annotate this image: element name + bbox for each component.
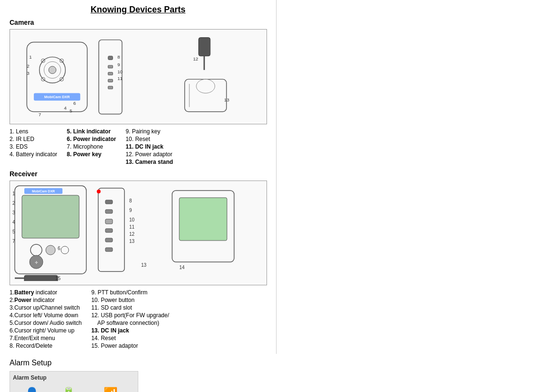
svg-text:10: 10 bbox=[117, 69, 123, 74]
camera-part-10: 10. Reset bbox=[125, 136, 173, 142]
svg-point-3 bbox=[49, 66, 56, 74]
svg-rect-51 bbox=[105, 200, 113, 204]
camera-part-1: 1. Lens bbox=[10, 128, 57, 135]
svg-rect-29 bbox=[185, 79, 226, 111]
svg-rect-22 bbox=[108, 86, 113, 89]
svg-rect-54 bbox=[105, 229, 113, 232]
svg-rect-68 bbox=[24, 275, 58, 281]
svg-point-40 bbox=[61, 246, 69, 254]
receiver-section-title: Receiver bbox=[10, 170, 267, 178]
rec-part-7: 7.Enter/Exit menu bbox=[10, 335, 82, 342]
svg-text:13: 13 bbox=[129, 239, 135, 244]
alarm-icons-row: 👤 VOX 🔋 Battery low 📶 Out of range bbox=[13, 384, 135, 392]
svg-rect-21 bbox=[108, 79, 113, 82]
svg-text:8: 8 bbox=[129, 198, 132, 203]
camera-part-9: 9. Pairing key bbox=[125, 128, 173, 135]
receiver-parts-col-left: 1.Battery indicator 2.Power indicator 3.… bbox=[10, 289, 82, 349]
svg-rect-19 bbox=[108, 65, 113, 68]
camera-part-13: 13. Camera stand bbox=[125, 159, 173, 165]
svg-text:12: 12 bbox=[129, 231, 135, 237]
svg-point-31 bbox=[196, 79, 215, 93]
alarm-setup-box: Alarm Setup 👤 VOX 🔋 Battery low 📶 Out of… bbox=[10, 371, 138, 392]
camera-part-3: 3. EDS bbox=[10, 143, 57, 150]
svg-rect-27 bbox=[199, 37, 210, 56]
svg-text:✛: ✛ bbox=[35, 261, 38, 265]
receiver-diagram: MobiCam DXR ✛ 1 2 3 4 5 7 6 bbox=[10, 181, 267, 285]
outofrange-icon: 📶 bbox=[101, 384, 120, 392]
svg-rect-55 bbox=[105, 238, 113, 242]
vox-icon: 👤 bbox=[22, 384, 41, 392]
rec-part-12: 12. USB port(For FW upgrade/ bbox=[91, 312, 169, 319]
camera-part-11: 11. DC IN jack bbox=[125, 143, 173, 150]
receiver-parts-list: 1.Battery indicator 2.Power indicator 3.… bbox=[10, 289, 267, 349]
svg-text:14: 14 bbox=[179, 265, 185, 270]
svg-text:2: 2 bbox=[27, 63, 29, 69]
alarm-box-title: Alarm Setup bbox=[13, 374, 135, 381]
svg-point-63 bbox=[97, 190, 101, 193]
svg-rect-52 bbox=[105, 210, 113, 213]
rec-part-11: 11. SD card slot bbox=[91, 304, 169, 311]
rec-part-5: 5.Cursor down/ Audio switch bbox=[10, 320, 82, 326]
camera-part-7: 7. Microphone bbox=[67, 143, 116, 150]
receiver-parts-col-right: 9. PTT button/Confirm 10. Power button 1… bbox=[91, 289, 169, 349]
svg-text:1: 1 bbox=[12, 191, 15, 196]
svg-text:3: 3 bbox=[27, 70, 29, 75]
svg-text:8: 8 bbox=[117, 54, 120, 59]
svg-text:12: 12 bbox=[193, 56, 198, 61]
camera-part-8: 8. Power key bbox=[67, 151, 116, 158]
camera-part-5: 5. Link indicator bbox=[67, 128, 116, 135]
camera-section-title: Camera bbox=[10, 19, 267, 26]
camera-part-4: 4. Battery indicator bbox=[10, 151, 57, 158]
left-panel: Knowing Devices Parts Camera MobiCam DXR bbox=[0, 0, 277, 354]
svg-rect-18 bbox=[108, 56, 113, 60]
svg-text:15: 15 bbox=[55, 276, 61, 281]
svg-point-39 bbox=[46, 245, 55, 255]
alarm-setup-title: Alarm Setup bbox=[10, 359, 269, 367]
svg-text:13: 13 bbox=[141, 262, 147, 268]
rec-part-10: 10. Power button bbox=[91, 297, 169, 303]
camera-parts-col-1: 1. Lens 2. IR LED 3. EDS 4. Battery indi… bbox=[10, 128, 57, 165]
svg-text:6: 6 bbox=[58, 246, 61, 251]
rec-part-4: 4.Cursor left/ Volume down bbox=[10, 312, 82, 319]
camera-diagram: MobiCam DXR 1 2 3 4 5 6 7 8 9 bbox=[10, 29, 267, 124]
svg-text:11: 11 bbox=[129, 224, 135, 230]
svg-text:9: 9 bbox=[117, 62, 120, 67]
alarm-battery: 🔋 Battery low bbox=[56, 384, 82, 392]
svg-point-38 bbox=[31, 244, 42, 256]
camera-svg: MobiCam DXR 1 2 3 4 5 6 7 8 9 bbox=[14, 33, 262, 121]
receiver-svg: MobiCam DXR ✛ 1 2 3 4 5 7 6 bbox=[10, 181, 267, 281]
camera-parts-col-3: 9. Pairing key 10. Reset 11. DC IN jack … bbox=[125, 128, 173, 165]
rec-part-8: 8. Record/Delete bbox=[10, 342, 82, 349]
svg-text:5: 5 bbox=[70, 108, 72, 113]
svg-text:11: 11 bbox=[117, 76, 123, 81]
svg-text:6: 6 bbox=[73, 100, 76, 105]
rec-part-6: 6.Cursor right/ Volume up bbox=[10, 327, 82, 334]
right-panel: Alarm Setup Alarm Setup 👤 VOX 🔋 Battery … bbox=[0, 354, 278, 392]
rec-part-2: 2.Power indicator bbox=[10, 297, 82, 303]
svg-text:1: 1 bbox=[29, 54, 31, 59]
camera-part-2: 2. IR LED bbox=[10, 136, 57, 142]
svg-text:7: 7 bbox=[39, 112, 41, 117]
rec-part-13: 13. DC IN jack bbox=[91, 327, 169, 334]
rec-part-14: 14. Reset bbox=[91, 335, 169, 342]
rec-part-15: 15. Power adaptor bbox=[91, 342, 169, 349]
rec-part-3: 3.Cursor up/Channel switch bbox=[10, 304, 82, 311]
camera-parts-col-2: 5. Link indicator 6. Power indicator 7. … bbox=[67, 128, 116, 165]
rec-part-9: 9. PTT button/Confirm bbox=[91, 289, 169, 296]
page-title: Knowing Devices Parts bbox=[10, 5, 267, 15]
svg-text:10: 10 bbox=[129, 217, 135, 222]
camera-part-12: 12. Power adaptor bbox=[125, 151, 173, 158]
svg-text:7: 7 bbox=[12, 239, 15, 244]
rec-part-1: 1.Battery indicator bbox=[10, 289, 82, 296]
battery-icon: 🔋 bbox=[59, 384, 78, 392]
svg-text:9: 9 bbox=[129, 208, 132, 213]
svg-rect-53 bbox=[105, 219, 113, 224]
svg-rect-20 bbox=[108, 72, 113, 75]
svg-text:MobiCam DXR: MobiCam DXR bbox=[44, 95, 70, 99]
svg-text:5: 5 bbox=[12, 229, 15, 234]
rec-part-12b: AP software connection) bbox=[91, 320, 169, 326]
alarm-vox: 👤 VOX bbox=[22, 384, 41, 392]
svg-text:MobiCam DXR: MobiCam DXR bbox=[32, 190, 55, 193]
svg-text:13: 13 bbox=[224, 97, 229, 102]
svg-text:4: 4 bbox=[12, 220, 15, 225]
